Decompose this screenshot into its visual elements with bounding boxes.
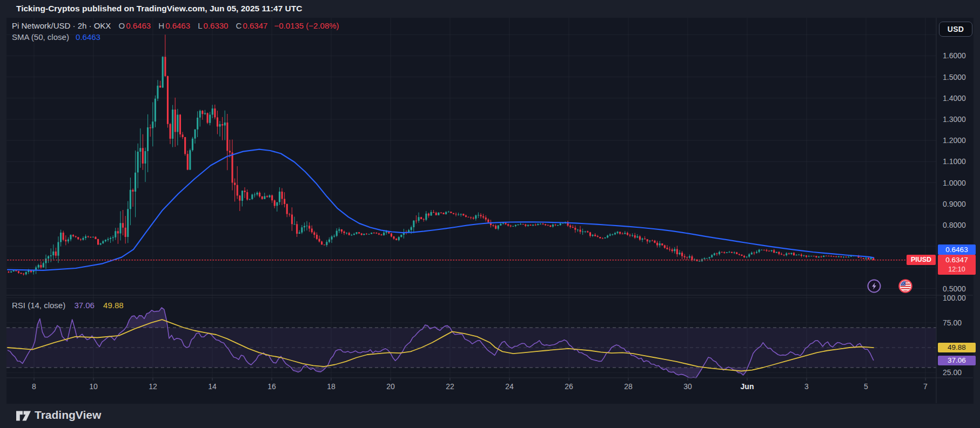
rsi-badge: 37.06 <box>938 356 976 365</box>
rsi-axis-label: 100.00 <box>943 294 966 302</box>
time-axis-label: 22 <box>446 382 454 391</box>
price-axis-label: 0.5000 <box>943 284 966 293</box>
price-axis-label: 0.9000 <box>943 200 966 208</box>
symbol-legend[interactable]: Pi Network/USD · 2h · OKX O0.6463 H0.646… <box>12 21 339 31</box>
price-axis-label: 1.2000 <box>943 136 966 145</box>
change-value: −0.0135 (−2.08%) <box>274 21 339 30</box>
time-axis-label: 26 <box>565 382 573 391</box>
time-axis-label: 14 <box>208 382 217 391</box>
last-price-badge: 0.6347 12:10 <box>938 255 976 275</box>
price-axis-label: 1.0000 <box>943 179 966 187</box>
price-axis-label: 1.3000 <box>943 115 966 124</box>
time-axis-label: 8 <box>32 382 36 391</box>
rsi-label: RSI (14, close) <box>12 301 65 310</box>
symbol-price-tag: PIUSD <box>907 255 936 265</box>
last-price-value: 0.6347 <box>938 255 976 265</box>
time-axis-label: 12 <box>149 382 157 391</box>
sma-price-badge: 0.6463 <box>938 244 976 255</box>
time-axis-label: Jun <box>741 382 754 391</box>
tradingview-brand[interactable]: TradingView <box>35 409 101 422</box>
sma-label: SMA (50, close) <box>12 32 69 42</box>
event-us-flag-icon[interactable] <box>898 279 912 293</box>
bar-countdown: 12:10 <box>938 265 976 275</box>
low-value: 0.6330 <box>204 21 229 30</box>
rsi-value: 37.06 <box>74 301 95 310</box>
time-axis-label: 20 <box>386 382 395 391</box>
sma-legend[interactable]: SMA (50, close) 0.6463 <box>12 32 100 42</box>
high-value: 0.6463 <box>165 21 190 30</box>
price-axis-label: 0.8000 <box>943 221 966 229</box>
price-axis-label: 1.6000 <box>943 51 966 60</box>
low-label: L <box>198 21 202 30</box>
event-lightning-icon[interactable] <box>867 279 881 293</box>
close-label: C <box>236 21 242 30</box>
time-axis-label: 24 <box>505 382 514 391</box>
publish-line: Ticking-Cryptos published on TradingView… <box>16 4 302 13</box>
price-axis-label: 1.4000 <box>943 94 966 103</box>
sma-value: 0.6463 <box>76 32 100 42</box>
open-value: 0.6463 <box>126 21 151 30</box>
time-axis-label: 16 <box>267 382 276 391</box>
open-label: O <box>119 21 125 30</box>
time-axis-label: 5 <box>864 382 868 391</box>
tradingview-logo-icon[interactable] <box>16 410 31 423</box>
time-axis-label: 3 <box>804 382 809 391</box>
rsi-ma-badge: 49.88 <box>938 343 976 352</box>
time-axis-label: 28 <box>624 382 633 391</box>
rsi-axis-label: 25.00 <box>943 368 962 377</box>
price-axis-label: 1.1000 <box>943 157 966 166</box>
chart-canvas[interactable] <box>0 0 980 428</box>
currency-usd-button[interactable]: USD <box>939 22 972 37</box>
high-label: H <box>158 21 164 30</box>
symbol-title: Pi Network/USD · 2h · OKX <box>12 21 111 30</box>
snapshot-page: Ticking-Cryptos published on TradingView… <box>0 0 980 428</box>
close-value: 0.6347 <box>243 21 267 30</box>
time-axis-label: 30 <box>683 382 692 391</box>
time-axis-label: 18 <box>327 382 335 391</box>
rsi-ma-value: 49.88 <box>103 301 124 310</box>
time-axis-label: 10 <box>89 382 98 391</box>
time-axis-label: 7 <box>923 382 928 391</box>
rsi-legend[interactable]: RSI (14, close) 37.06 49.88 <box>12 301 124 310</box>
rsi-axis-label: 75.00 <box>943 318 962 327</box>
price-axis-label: 1.5000 <box>943 73 966 81</box>
